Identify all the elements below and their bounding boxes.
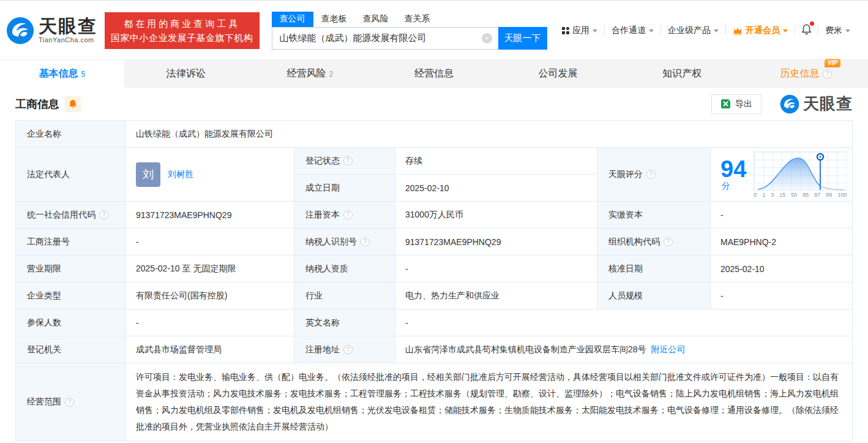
tianyan-score-label: 天眼评分? bbox=[597, 148, 711, 202]
reg-address-value: 山东省菏泽市成武县苟村集镇机电设备制造产业园双层车间28号附近公司 bbox=[395, 336, 853, 363]
section-title: 工商信息 bbox=[15, 97, 59, 112]
industry-value: 电力、热力生产和供应业 bbox=[395, 282, 597, 309]
company-type-label: 企业类型 bbox=[16, 282, 126, 309]
reg-status-label: 登记状态? bbox=[294, 148, 395, 175]
help-icon[interactable]: ? bbox=[343, 345, 353, 354]
nav-partner-channel[interactable]: 合作通道 bbox=[605, 25, 660, 36]
tianyancha-watermark: 天眼查 bbox=[780, 93, 853, 115]
table-row: 参保人数 - 英文名称 - bbox=[16, 309, 853, 336]
credit-code-value: 91371723MAE9PHNQ29 bbox=[126, 202, 294, 229]
help-icon[interactable]: ? bbox=[361, 237, 370, 246]
taxpayer-id-label: 纳税人识别号? bbox=[294, 229, 395, 256]
help-icon[interactable]: ? bbox=[343, 156, 353, 165]
search-tab-relation[interactable]: 查关系 bbox=[397, 12, 438, 27]
notification-dot bbox=[810, 21, 814, 26]
search-tab-risk[interactable]: 查风险 bbox=[355, 12, 397, 27]
legal-rep-link[interactable]: 刘树胜 bbox=[168, 169, 193, 180]
help-icon[interactable]: ? bbox=[343, 210, 353, 219]
nav-apps[interactable]: 应用 bbox=[555, 25, 604, 36]
help-icon[interactable]: ? bbox=[65, 398, 74, 407]
taxpayer-quality-label: 纳税人资质 bbox=[294, 256, 395, 282]
clear-search-icon[interactable]: × bbox=[482, 33, 492, 44]
chevron-down-icon bbox=[649, 29, 654, 32]
score-value: 94分 bbox=[720, 157, 746, 192]
tab-operation-info[interactable]: 经营信息 bbox=[372, 60, 496, 88]
nearby-companies-link[interactable]: 附近公司 bbox=[651, 344, 686, 354]
excel-icon bbox=[720, 99, 731, 109]
insured-count-label: 参保人数 bbox=[16, 309, 126, 336]
bell-icon bbox=[801, 24, 812, 35]
table-row: 登记机关 成武县市场监督管理局 注册地址? 山东省菏泽市成武县苟村集镇机电设备制… bbox=[16, 336, 853, 363]
watermark-text: 天眼查 bbox=[803, 93, 853, 115]
tab-company-development[interactable]: 公司发展 bbox=[496, 60, 620, 88]
reg-capital-label: 注册资本? bbox=[294, 202, 395, 229]
slogan-line1: 都在用的商业查询工具 bbox=[111, 17, 253, 31]
tianyan-score-cell: 94分 bbox=[711, 148, 853, 202]
tab-history-info[interactable]: 历史信息 ? VIP bbox=[744, 60, 868, 88]
reg-status-value: 存续 bbox=[395, 148, 597, 175]
search-tab-boss[interactable]: 查老板 bbox=[313, 12, 355, 27]
tab-operation-risk[interactable]: 经营风险2 bbox=[248, 60, 372, 88]
bell-icon bbox=[69, 99, 77, 108]
search-input[interactable] bbox=[272, 27, 498, 50]
search-tabs: 查公司 查老板 查风险 查关系 bbox=[272, 12, 547, 27]
table-row: 统一社会信用代码? 91371723MAE9PHNQ29 注册资本? 31000… bbox=[16, 202, 853, 229]
reg-authority-label: 登记机关 bbox=[16, 336, 126, 363]
business-term-label: 营业期限 bbox=[16, 256, 126, 282]
vip-badge: VIP bbox=[825, 59, 840, 67]
export-button[interactable]: 导出 bbox=[711, 94, 761, 114]
chevron-down-icon bbox=[783, 29, 788, 32]
slogan-line2: 国家中小企业发展子基金旗下机构 bbox=[111, 31, 253, 45]
reg-number-label: 工商注册号 bbox=[16, 229, 126, 256]
taxpayer-quality-value: - bbox=[395, 256, 597, 282]
help-icon[interactable]: ? bbox=[646, 170, 656, 179]
paid-capital-label: 实缴资本 bbox=[597, 202, 711, 229]
avatar[interactable]: 刘 bbox=[136, 162, 160, 187]
crown-icon bbox=[733, 26, 743, 36]
search-tab-company[interactable]: 查公司 bbox=[272, 12, 313, 27]
tianyancha-logo[interactable]: 天眼查 TianYanCha.com bbox=[6, 17, 97, 45]
est-date-value: 2025-02-10 bbox=[395, 175, 597, 202]
staff-size-value: - bbox=[711, 282, 853, 309]
tab-basic-info[interactable]: 基本信息5 bbox=[0, 60, 124, 88]
top-header: 天眼查 TianYanCha.com 都在用的商业查询工具 国家中小企业发展子基… bbox=[0, 0, 868, 59]
approval-date-label: 核准日期 bbox=[597, 256, 711, 282]
reg-number-value: - bbox=[126, 229, 294, 256]
help-icon[interactable]: ? bbox=[99, 210, 108, 219]
table-row: 经营范围? 许可项目：发电业务、输电业务、供（配）电业务。（依法须经批准的项目，… bbox=[16, 363, 853, 441]
legal-rep-label: 法定代表人 bbox=[16, 148, 126, 202]
notification-bell-button[interactable] bbox=[795, 24, 818, 37]
help-icon[interactable]: ? bbox=[664, 237, 673, 246]
est-date-label: 成立日期 bbox=[294, 175, 395, 202]
chevron-down-icon bbox=[845, 29, 850, 32]
reg-authority-value: 成武县市场监督管理局 bbox=[126, 336, 294, 363]
nav-enterprise-products[interactable]: 企业级产品 bbox=[661, 25, 725, 36]
table-row: 法定代表人 刘 刘树胜 登记状态? 存续 天眼评分? 94分 bbox=[16, 148, 853, 175]
table-row: 营业期限 2025-02-10 至 无固定期限 纳税人资质 - 核准日期 202… bbox=[16, 256, 853, 282]
help-icon[interactable]: ? bbox=[823, 69, 832, 78]
score-distribution-chart: 01 315 5085 9799 100 bbox=[754, 151, 847, 198]
company-type-value: 有限责任公司(国有控股) bbox=[126, 282, 294, 309]
search-button[interactable]: 天眼一下 bbox=[498, 27, 547, 50]
tianyancha-logo-icon bbox=[780, 94, 799, 114]
slogan-banner: 都在用的商业查询工具 国家中小企业发展子基金旗下机构 bbox=[105, 12, 260, 49]
brand-name: 天眼查 bbox=[39, 17, 97, 36]
table-row: 企业类型 有限责任公司(国有控股) 行业 电力、热力生产和供应业 人员规模 - bbox=[16, 282, 853, 309]
monitor-bell-button[interactable] bbox=[65, 96, 81, 112]
chevron-down-icon bbox=[714, 29, 719, 32]
tab-legal-proceedings[interactable]: 法律诉讼 bbox=[124, 60, 249, 88]
insured-count-value: - bbox=[126, 309, 294, 336]
business-scope-value: 许可项目：发电业务、输电业务、供（配）电业务。（依法须经批准的项目，经相关部门批… bbox=[126, 363, 853, 441]
nav-open-vip[interactable]: 开通会员 bbox=[726, 25, 795, 36]
apps-grid-icon bbox=[562, 27, 569, 34]
business-info-section-head: 工商信息 导出 天眼查 bbox=[0, 88, 868, 120]
tab-intellectual-property[interactable]: 知识产权 bbox=[620, 60, 744, 88]
nav-user-menu[interactable]: 费米 bbox=[818, 25, 857, 36]
score-chart-ticks: 01 315 5085 9799 100 bbox=[754, 192, 847, 198]
company-name-label: 企业名称 bbox=[16, 121, 126, 148]
english-name-value: - bbox=[395, 309, 853, 336]
business-scope-label: 经营范围? bbox=[16, 363, 126, 441]
staff-size-label: 人员规模 bbox=[597, 282, 711, 309]
table-row: 企业名称 山铁绿能（成武）能源发展有限公司 bbox=[16, 121, 853, 148]
english-name-label: 英文名称 bbox=[294, 309, 395, 336]
